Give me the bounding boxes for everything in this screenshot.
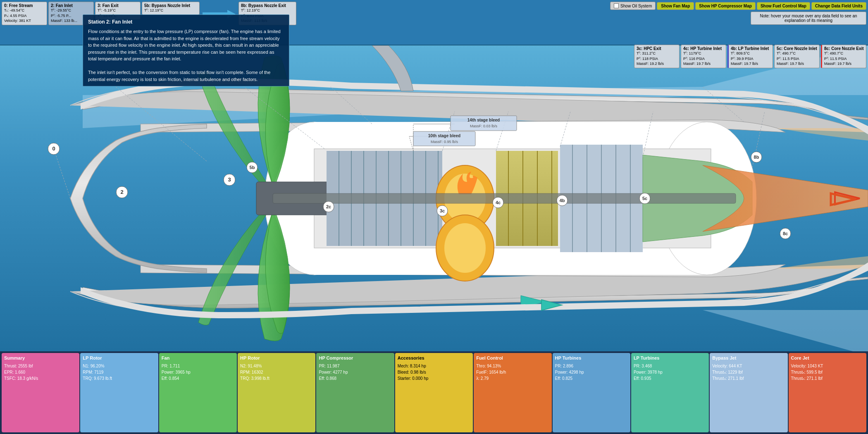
svg-text:8b: 8b [754,155,759,160]
right-controls: Show Oil System Show Fan Map Show HP Com… [610,2,866,25]
show-oil-label: Show Oil System [620,4,652,8]
fuel-lambda: λ: 2.79 [476,375,549,382]
station-8c-massf: MassF: 19.7 lb/s [824,61,864,67]
hp-n2: N2: 91.48% [240,363,313,369]
station-8b-title: 8b: Bypass Nozzle Exit [241,3,294,8]
summary-epr: EPR: 1.660 [4,369,77,375]
bypass-thrust-n: Thrustₙ: 1229 lbf [712,369,785,375]
fan-power: Power: 3965 hp [162,369,234,375]
station-5b-data: Tᵀ: 12.19°C [144,8,197,13]
note-box: Note: hover your mouse over any data fie… [751,12,866,25]
card-accessories-data: Mech: 8.314 hp Bleed: 0.98 lb/s Starter:… [398,363,470,382]
card-fan[interactable]: Fan PR: 1.711 Power: 3965 hp Eff: 0.854 [159,353,237,432]
svg-text:10th stage bleed: 10th stage bleed [428,134,460,138]
card-fuel-control-data: Thro: 94.13% FuelF: 1654 lb/h λ: 2.79 [476,363,549,382]
card-hp-rotor[interactable]: HP Rotor N2: 91.48% RPM: 16302 TRQ: 3.99… [238,353,315,432]
fan-pr: PR: 1.711 [162,363,234,369]
acc-bleed: Bleed: 0.98 lb/s [398,369,470,375]
station-5b-tt: Tᵀ: 12.19°C [144,8,197,13]
station-2-title: 2: Fan Inlet [51,3,91,8]
show-hp-compressor-button[interactable]: Show HP Compressor Map [695,2,756,10]
hp-trq: TRQ: 3.998 lb.ft [240,375,313,382]
station-5b[interactable]: 5b: Bypass Nozzle Inlet Tᵀ: 12.19°C [142,2,200,15]
station-3c-data: Tᵀ: 311.2°C Pᵀ: 118 PSIA MassF: 19.2 lb/… [637,51,677,67]
card-hp-rotor-title: HP Rotor [240,355,313,362]
tooltip-title: Station 2: Fan Inlet [88,18,284,26]
svg-text:3c: 3c [440,208,445,213]
change-data-button[interactable]: Change Data Field Units [811,2,866,10]
controls-row1: Show Oil System Show Fan Map Show HP Com… [610,2,866,10]
station-4b-data: Tᵀ: 809.5°C Pᵀ: 39.9 PSIA MassF: 19.7 lb… [731,51,770,67]
card-hp-compressor[interactable]: HP Compressor PR: 11.987 Power: 4277 hp … [316,353,394,432]
core-vel: Velocity: 1043 KT [791,363,864,369]
card-bypass-jet-data: Velocity: 644 KT Thrustₙ: 1229 lbf Thrus… [712,363,785,382]
station-0-vel: Velocity: 381 KT [4,18,45,24]
svg-text:5c: 5c [642,196,647,201]
card-core-jet-data: Velocity: 1043 KT Thrustₙ: 599.5 lbf Thr… [791,363,864,382]
station-4b[interactable]: 4b: LP Turbine Inlet Tᵀ: 809.5°C Pᵀ: 39.… [727,45,773,68]
station-3c-tt: Tᵀ: 311.2°C [637,51,677,56]
card-summary[interactable]: Summary Thrust: 2555 lbf EPR: 1.660 TSFC… [2,353,79,432]
station-5c-pt: Pᵀ: 11.5 PSIA [777,56,817,62]
station-4c[interactable]: 4c: HP Turbine Inlet Tᵀ: 1179°C Pᵀ: 116 … [681,45,726,68]
station-3c-title: 3c: HPC Exit [637,46,677,51]
card-lp-turbines[interactable]: LP Turbines PR: 3.468 Power: 3978 hp Eff… [631,353,709,432]
summary-bar: Summary Thrust: 2555 lbf EPR: 1.660 TSFC… [0,351,868,434]
card-lp-rotor-title: LP Rotor [83,355,155,362]
card-bypass-jet[interactable]: Bypass Jet Velocity: 644 KT Thrustₙ: 122… [710,353,787,432]
svg-text:4b: 4b [560,198,565,203]
svg-text:MassF: 0.03 lb/s: MassF: 0.03 lb/s [470,124,498,128]
card-hp-turbines[interactable]: HP Turbines PR: 2.896 Power: 4298 hp Eff… [553,353,630,432]
station-4b-tt: Tᵀ: 809.5°C [731,51,770,56]
bypass-vel: Velocity: 644 KT [712,363,785,369]
card-hp-turbines-title: HP Turbines [555,355,628,362]
station-4b-title: 4b: LP Turbine Inlet [731,46,770,51]
station-8c[interactable]: 8c: Core Nozzle Exit Tᵀ: 490.7°C Pᵀ: 11.… [821,45,866,68]
station-8c-data: Tᵀ: 490.7°C Pᵀ: 11.5 PSIA MassF: 19.7 lb… [824,51,864,67]
card-hp-turbines-data: PR: 2.896 Power: 4298 hp Eff: 0.825 [555,363,628,382]
station-5c[interactable]: 5c: Core Nozzle Inlet Tᵀ: 490.7°C Pᵀ: 11… [774,45,820,68]
engine-area: 0 2 2c 3 3c 4c 4b 5b 5c 8b 8c 14th stage… [0,45,868,351]
hpt-power: Power: 4298 hp [555,369,628,375]
show-oil-button[interactable]: Show Oil System [610,2,656,10]
station-4c-data: Tᵀ: 1179°C Pᵀ: 116 PSIA MassF: 19.7 lb/s [683,51,724,67]
tooltip-popup: Station 2: Fan Inlet Flow conditions at … [83,14,289,86]
station-3-tt1: Tᵀ: -5.19°C [98,8,138,13]
card-accessories-title: Accessories [398,355,470,362]
card-lp-rotor-data: N1: 96.20% RPM: 7119 TRQ: 9.673 lb.ft [83,363,155,382]
lpt-eff: Eff: 0.935 [634,375,706,382]
card-core-jet[interactable]: Core Jet Velocity: 1043 KT Thrustₙ: 599.… [789,353,866,432]
svg-text:8c: 8c [783,231,788,236]
hpc-power: Power: 4277 hp [319,369,391,375]
lp-rpm: RPM: 7119 [83,369,155,375]
core-thrust-n: Thrustₙ: 599.5 lbf [791,369,864,375]
card-hp-compressor-title: HP Compressor [319,355,391,362]
tooltip-para2: The inlet isn't perfect, so the conversi… [88,69,284,83]
card-fan-data: PR: 1.711 Power: 3965 hp Eff: 0.854 [162,363,234,382]
station-3c-pt: Pᵀ: 118 PSIA [637,56,677,62]
card-accessories[interactable]: Accessories Mech: 8.314 hp Bleed: 0.98 l… [395,353,473,432]
fuel-fuelf: FuelF: 1654 lb/h [476,369,549,375]
station-3-title: 3: Fan Exit [98,3,138,8]
show-fuel-control-button[interactable]: Show Fuel Control Map [757,2,810,10]
station-0[interactable]: 0: Free Stream Tₛ: -49.54°C Pₛ: 4.55 PSI… [2,2,47,25]
station-3c[interactable]: 3c: HPC Exit Tᵀ: 311.2°C Pᵀ: 118 PSIA Ma… [634,45,680,68]
bypass-thrust-g: Thrustₙ: 271.1 lbf [712,375,785,382]
card-summary-data: Thrust: 2555 lbf EPR: 1.660 TSFC: 18.3 g… [4,363,77,382]
card-summary-title: Summary [4,355,77,362]
card-fuel-control[interactable]: Fuel Control Thro: 94.13% FuelF: 1654 lb… [474,353,551,432]
svg-text:2: 2 [120,189,123,195]
show-fan-map-button[interactable]: Show Fan Map [657,2,694,10]
svg-text:MassF: 0.95 lb/s: MassF: 0.95 lb/s [431,140,458,144]
engine-svg: 0 2 2c 3 3c 4c 4b 5b 5c 8b 8c 14th stage… [0,45,868,351]
card-lp-rotor[interactable]: LP Rotor N1: 96.20% RPM: 7119 TRQ: 9.673… [80,353,158,432]
oil-checkbox [614,3,619,8]
svg-text:3: 3 [228,176,231,183]
station-4c-pt: Pᵀ: 116 PSIA [683,56,724,62]
acc-starter: Starter: 0.000 hp [398,375,470,382]
hpt-pr: PR: 2.896 [555,363,628,369]
station-8b-tt: Tᵀ: 12.19°C [241,8,294,13]
summary-thrust: Thrust: 2555 lbf [4,363,77,369]
station-4c-tt: Tᵀ: 1179°C [683,51,724,56]
hp-rpm: RPM: 16302 [240,369,313,375]
